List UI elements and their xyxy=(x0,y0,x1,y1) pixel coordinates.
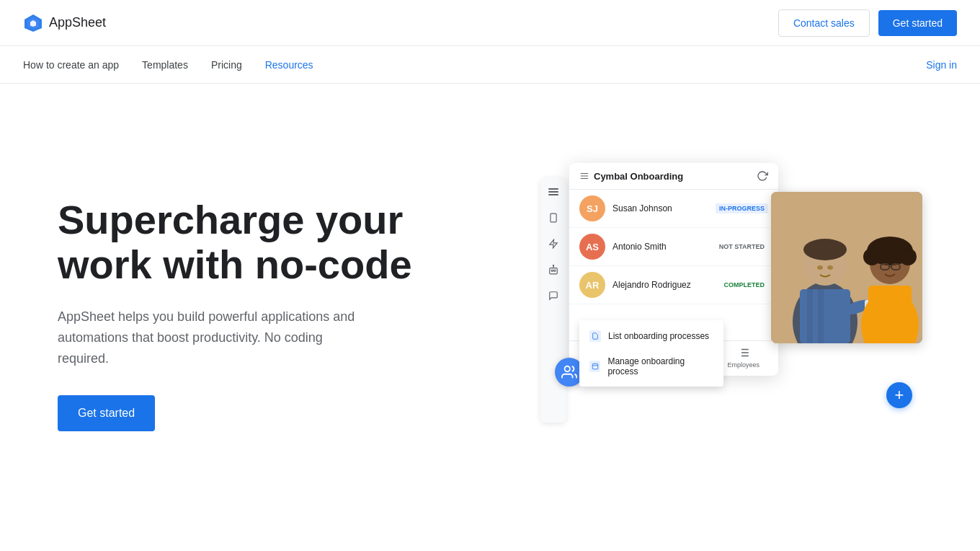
sidebar-lightning-icon[interactable] xyxy=(546,238,561,250)
sidebar-list-icon[interactable] xyxy=(546,186,561,198)
get-started-hero-button[interactable]: Get started xyxy=(58,395,155,431)
svg-point-38 xyxy=(876,239,890,253)
person-name-2: Antonio Smith xyxy=(612,242,716,252)
sign-in-link[interactable]: Sign in xyxy=(926,59,957,71)
person-row-3[interactable]: AR Alejandro Rodriguez COMPLETED xyxy=(569,266,778,304)
logo-text: AppSheet xyxy=(49,15,106,30)
svg-point-27 xyxy=(827,265,833,270)
dropdown-item-1[interactable]: List onboarding processes xyxy=(579,323,723,349)
sidebar-bot-icon[interactable] xyxy=(546,264,561,276)
people-illustration xyxy=(771,192,922,343)
nav-templates[interactable]: Templates xyxy=(142,48,188,82)
photo-people xyxy=(771,192,922,343)
app-refresh-icon[interactable] xyxy=(757,170,768,182)
status-badge-2: NOT STARTED xyxy=(716,242,768,252)
person-name-3: Alejandro Rodriguez xyxy=(612,280,720,290)
hero-subtext: AppSheet helps you build powerful applic… xyxy=(58,307,360,369)
app-header: Cymbal Onboarding xyxy=(569,163,778,190)
nav-links: How to create an app Templates Pricing R… xyxy=(23,48,313,82)
sidebar-phone-icon[interactable] xyxy=(546,212,561,224)
dropdown-item-2-label: Manage onboarding process xyxy=(607,356,713,376)
svg-point-8 xyxy=(554,270,556,271)
users-icon xyxy=(561,364,577,380)
photo-overlay xyxy=(771,192,922,343)
top-nav-actions: Contact sales Get started xyxy=(778,9,957,37)
dropdown-item-1-icon xyxy=(589,330,601,342)
status-badge-3: COMPLETED xyxy=(720,280,768,290)
avatar-3: AR xyxy=(579,272,605,298)
appsheet-logo-icon xyxy=(23,13,43,33)
tab-employees-icon xyxy=(736,345,751,360)
app-title: Cymbal Onboarding xyxy=(594,171,683,182)
logo-area[interactable]: AppSheet xyxy=(23,13,106,33)
contact-sales-button[interactable]: Contact sales xyxy=(778,9,870,37)
svg-point-25 xyxy=(803,239,847,260)
app-mockup: Cymbal Onboarding SJ Susan Johnson IN-PR… xyxy=(533,163,922,451)
svg-point-7 xyxy=(551,270,553,271)
app-title-area: Cymbal Onboarding xyxy=(579,171,683,182)
get-started-nav-button[interactable]: Get started xyxy=(878,10,957,36)
svg-rect-6 xyxy=(550,268,558,274)
nav-pricing[interactable]: Pricing xyxy=(211,48,242,82)
fab-plus-icon: + xyxy=(895,386,904,405)
hero-headline: Supercharge your work with no-code xyxy=(58,198,432,286)
dropdown-menu: List onboarding processes Manage onboard… xyxy=(579,320,723,387)
svg-point-26 xyxy=(817,265,823,270)
secondary-nav: How to create an app Templates Pricing R… xyxy=(0,46,980,84)
dropdown-item-2[interactable]: Manage onboarding process xyxy=(579,349,723,384)
dropdown-item-1-label: List onboarding processes xyxy=(608,331,709,341)
fab-button[interactable]: + xyxy=(886,382,912,408)
hero-illustration: Cymbal Onboarding SJ Susan Johnson IN-PR… xyxy=(533,163,937,466)
svg-point-39 xyxy=(890,239,904,253)
svg-marker-5 xyxy=(550,239,558,248)
person-name-1: Susan Johnson xyxy=(612,203,716,213)
person-row-1[interactable]: SJ Susan Johnson IN-PROGRESS xyxy=(569,190,778,228)
tab-employees-label: Employees xyxy=(727,361,760,369)
status-badge-1: IN-PROGRESS xyxy=(716,203,768,213)
svg-rect-29 xyxy=(807,289,813,343)
sidebar-chat-icon[interactable] xyxy=(546,290,561,301)
person-row-2[interactable]: AS Antonio Smith NOT STARTED xyxy=(569,228,778,266)
avatar-2: AS xyxy=(579,234,605,260)
svg-point-44 xyxy=(565,366,570,371)
dropdown-item-2-icon xyxy=(589,361,600,372)
hero-content: Supercharge your work with no-code AppSh… xyxy=(58,198,432,431)
app-header-menu-icon xyxy=(579,171,589,181)
nav-resources[interactable]: Resources xyxy=(265,48,313,82)
top-nav: AppSheet Contact sales Get started xyxy=(0,0,980,46)
svg-point-10 xyxy=(553,265,553,266)
svg-rect-30 xyxy=(818,289,824,343)
svg-rect-43 xyxy=(868,286,912,343)
hero-section: Supercharge your work with no-code AppSh… xyxy=(0,84,980,545)
avatar-1: SJ xyxy=(579,195,605,221)
svg-rect-3 xyxy=(551,213,556,222)
nav-how-to-create[interactable]: How to create an app xyxy=(23,48,119,82)
svg-rect-20 xyxy=(592,363,598,369)
app-sidebar xyxy=(540,177,566,423)
